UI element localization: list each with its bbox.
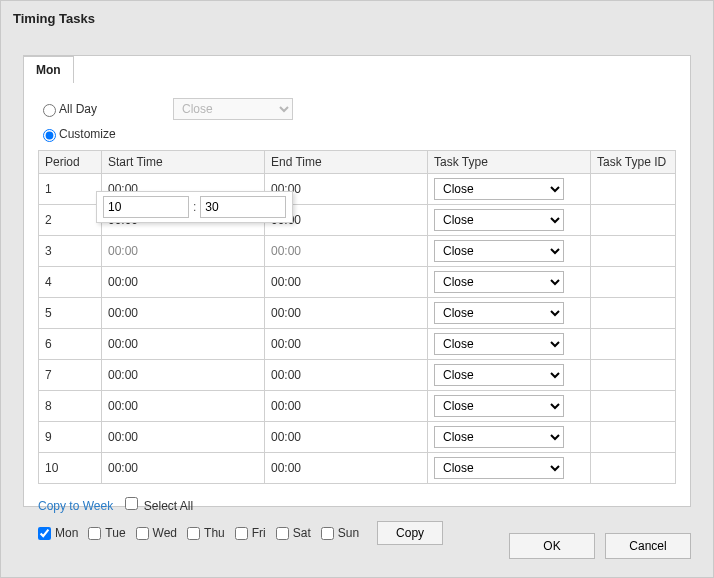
copy-day-sun[interactable]: Sun: [321, 526, 359, 540]
copy-day-checkbox-sat[interactable]: [276, 527, 289, 540]
copy-day-checkbox-sun[interactable]: [321, 527, 334, 540]
period-cell: 8: [39, 391, 102, 422]
task-type-cell: Close: [428, 453, 591, 484]
copy-day-wed[interactable]: Wed: [136, 526, 177, 540]
period-cell: 4: [39, 267, 102, 298]
start-time-cell[interactable]: 00:00: [102, 453, 265, 484]
task-type-id-cell: [591, 236, 676, 267]
table-row: 600:0000:00Close: [39, 329, 676, 360]
task-type-select[interactable]: Close: [434, 364, 564, 386]
table-row: 900:0000:00Close: [39, 422, 676, 453]
copy-day-checkbox-fri[interactable]: [235, 527, 248, 540]
col-start: Start Time: [102, 151, 265, 174]
start-time-cell[interactable]: 00:00: [102, 391, 265, 422]
start-time-cell[interactable]: 00:00: [102, 329, 265, 360]
footer: OK Cancel: [509, 533, 691, 559]
allday-label[interactable]: All Day: [59, 102, 97, 116]
copy-day-fri[interactable]: Fri: [235, 526, 266, 540]
time-minute-input[interactable]: [200, 196, 286, 218]
start-time-cell[interactable]: 00:00: [102, 298, 265, 329]
tab-mon[interactable]: Mon: [23, 56, 74, 83]
period-cell: 5: [39, 298, 102, 329]
task-type-cell: Close: [428, 267, 591, 298]
customize-label[interactable]: Customize: [59, 127, 116, 141]
select-all-checkbox[interactable]: [125, 497, 138, 510]
end-time-cell[interactable]: 00:00: [265, 360, 428, 391]
table-row: 800:0000:00Close: [39, 391, 676, 422]
time-edit-popover[interactable]: :: [96, 191, 293, 223]
col-period: Period: [39, 151, 102, 174]
table-row: 400:0000:00Close: [39, 267, 676, 298]
col-typeid: Task Type ID: [591, 151, 676, 174]
task-type-select[interactable]: Close: [434, 426, 564, 448]
allday-task-select: Close: [173, 98, 293, 120]
col-type: Task Type: [428, 151, 591, 174]
copy-day-checkbox-mon[interactable]: [38, 527, 51, 540]
task-type-id-cell: [591, 360, 676, 391]
ok-button[interactable]: OK: [509, 533, 595, 559]
task-type-cell: Close: [428, 205, 591, 236]
task-type-id-cell: [591, 453, 676, 484]
customize-radio[interactable]: [43, 129, 56, 142]
task-type-select[interactable]: Close: [434, 178, 564, 200]
copy-button[interactable]: Copy: [377, 521, 443, 545]
mode-allday-row: All Day Close: [38, 98, 676, 120]
copy-day-sat[interactable]: Sat: [276, 526, 311, 540]
start-time-cell[interactable]: 00:00: [102, 360, 265, 391]
task-type-cell: Close: [428, 298, 591, 329]
copy-day-checkbox-wed[interactable]: [136, 527, 149, 540]
allday-radio[interactable]: [43, 104, 56, 117]
period-cell: 10: [39, 453, 102, 484]
col-end: End Time: [265, 151, 428, 174]
task-type-cell: Close: [428, 422, 591, 453]
task-type-id-cell: [591, 267, 676, 298]
task-type-id-cell: [591, 205, 676, 236]
task-type-select[interactable]: Close: [434, 302, 564, 324]
end-time-cell[interactable]: 00:00: [265, 236, 428, 267]
copy-to-week-link[interactable]: Copy to Week: [38, 499, 113, 513]
task-type-id-cell: [591, 391, 676, 422]
task-type-cell: Close: [428, 360, 591, 391]
copy-day-tue[interactable]: Tue: [88, 526, 125, 540]
task-type-select[interactable]: Close: [434, 271, 564, 293]
start-time-cell[interactable]: 00:00: [102, 267, 265, 298]
start-time-cell[interactable]: 00:00: [102, 422, 265, 453]
task-type-select[interactable]: Close: [434, 209, 564, 231]
window-title: Timing Tasks: [1, 1, 713, 32]
copy-day-checkbox-thu[interactable]: [187, 527, 200, 540]
task-type-cell: Close: [428, 391, 591, 422]
time-hour-input[interactable]: [103, 196, 189, 218]
task-type-id-cell: [591, 298, 676, 329]
end-time-cell[interactable]: 00:00: [265, 391, 428, 422]
period-cell: 3: [39, 236, 102, 267]
period-cell: 9: [39, 422, 102, 453]
task-type-cell: Close: [428, 174, 591, 205]
end-time-cell[interactable]: 00:00: [265, 267, 428, 298]
end-time-cell[interactable]: 00:00: [265, 453, 428, 484]
table-row: 700:0000:00Close: [39, 360, 676, 391]
task-type-select[interactable]: Close: [434, 395, 564, 417]
copy-day-checkbox-tue[interactable]: [88, 527, 101, 540]
end-time-cell[interactable]: 00:00: [265, 422, 428, 453]
copy-day-thu[interactable]: Thu: [187, 526, 225, 540]
cancel-button[interactable]: Cancel: [605, 533, 691, 559]
task-type-select[interactable]: Close: [434, 457, 564, 479]
table-row: 500:0000:00Close: [39, 298, 676, 329]
task-type-id-cell: [591, 329, 676, 360]
table-row: 300:0000:00Close: [39, 236, 676, 267]
period-cell: 6: [39, 329, 102, 360]
task-type-select[interactable]: Close: [434, 333, 564, 355]
end-time-cell[interactable]: 00:00: [265, 298, 428, 329]
mode-customize-row: Customize: [38, 126, 676, 142]
task-type-cell: Close: [428, 236, 591, 267]
task-type-id-cell: [591, 422, 676, 453]
task-type-select[interactable]: Close: [434, 240, 564, 262]
period-cell: 2: [39, 205, 102, 236]
timing-tasks-window: Timing Tasks MonTueWedThuFriSatSun All D…: [0, 0, 714, 578]
end-time-cell[interactable]: 00:00: [265, 329, 428, 360]
task-type-cell: Close: [428, 329, 591, 360]
copy-day-mon[interactable]: Mon: [38, 526, 78, 540]
select-all-label[interactable]: Select All: [144, 499, 193, 513]
copy-row: Copy to Week Select All: [38, 494, 676, 513]
start-time-cell[interactable]: 00:00: [102, 236, 265, 267]
